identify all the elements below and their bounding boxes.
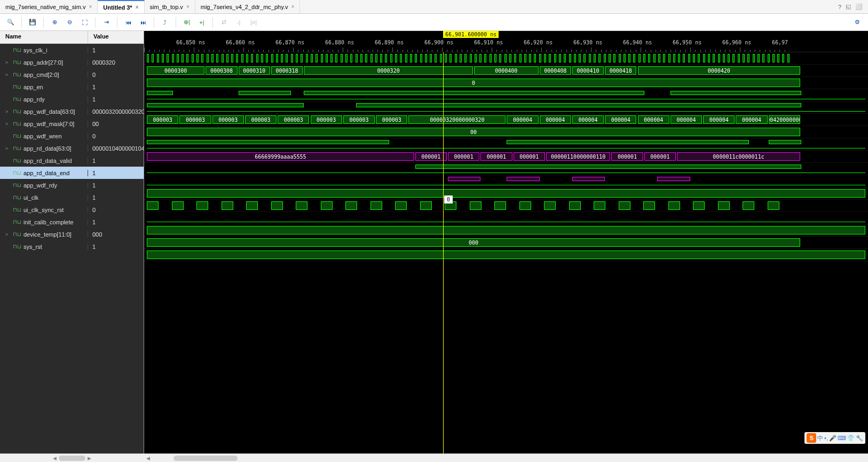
value-badge: 0 xyxy=(444,195,453,203)
waveform-row[interactable] xyxy=(144,224,868,237)
col-value-header[interactable]: Value xyxy=(88,31,144,43)
remove-marker-icon[interactable]: -| xyxy=(232,16,245,29)
signal-row[interactable]: >⊓⊔device_temp[11:0]000 xyxy=(0,228,144,240)
waveform-row[interactable]: 0000300000030800003100000318000032000004… xyxy=(144,65,868,77)
signal-header: Name Value xyxy=(0,31,144,44)
signal-row[interactable]: ⊓⊔app_rd_data_valid1 xyxy=(0,154,144,167)
prev-transition-icon[interactable]: ⤴ xyxy=(159,16,171,29)
main-area: Name Value ⊓⊔sys_clk_i1>⊓⊔app_addr[27:0]… xyxy=(0,31,868,453)
signal-row[interactable]: ⊓⊔init_calib_complete1 xyxy=(0,216,144,228)
signal-row[interactable]: ⊓⊔sys_rst1 xyxy=(0,240,144,253)
ime-mic-icon[interactable]: 🎤 xyxy=(829,435,837,442)
waveform-row[interactable] xyxy=(144,89,868,101)
toolbar: 🔍 💾 ⊕ ⊖ ⛶ ⇥ ⏮ ⏭ ⤴ ⊕| +| ⇄ -| |×| ⚙ xyxy=(0,14,868,31)
help-icon[interactable]: ? xyxy=(838,4,841,10)
close-icon[interactable]: × xyxy=(89,4,92,10)
close-icon[interactable]: × xyxy=(186,4,190,10)
clear-markers-icon[interactable]: |×| xyxy=(247,16,260,29)
bottom-scrollbar: ◀ ▶ ◀ xyxy=(0,453,868,462)
tab-bar: mig_7series_native_mig_sim.v× Untitled 3… xyxy=(0,0,868,14)
signal-row[interactable]: ⊓⊔app_rd_data_end1 xyxy=(0,167,144,179)
waveform-row[interactable]: 00 xyxy=(144,126,868,138)
signal-row[interactable]: ⊓⊔sys_clk_i1 xyxy=(0,44,144,56)
signal-row[interactable]: >⊓⊔app_rd_data[63:0]00000104000001040000… xyxy=(0,142,144,154)
tab-3[interactable]: mig_7series_v4_2_ddr_mc_phy.v× xyxy=(195,0,301,13)
ime-lang-icon[interactable]: 中 xyxy=(817,434,823,442)
goto-cursor-icon[interactable]: ⇥ xyxy=(100,16,113,29)
waveform-row[interactable]: 0 xyxy=(144,77,868,89)
zoom-out-icon[interactable]: ⊖ xyxy=(63,16,76,29)
signal-panel: Name Value ⊓⊔sys_clk_i1>⊓⊔app_addr[27:0]… xyxy=(0,31,144,453)
signal-row[interactable]: ⊓⊔ui_clk_sync_rst0 xyxy=(0,203,144,216)
waveform-row[interactable] xyxy=(144,212,868,224)
waveform-row[interactable]: 66669999aaaa5555000001000001000001000001… xyxy=(144,151,868,163)
ime-tool-icon[interactable]: 🔧 xyxy=(856,435,863,442)
zoom-fit-icon[interactable]: ⛶ xyxy=(78,16,91,29)
tab-1[interactable]: Untitled 3*× xyxy=(98,0,144,13)
waveform-row[interactable] xyxy=(144,163,868,175)
swap-icon[interactable]: ⇄ xyxy=(217,16,230,29)
maximize-icon[interactable]: ⬜ xyxy=(855,3,863,10)
signal-row[interactable]: ⊓⊔app_en1 xyxy=(0,81,144,93)
signal-row[interactable]: ⊓⊔app_wdf_wren0 xyxy=(0,130,144,142)
save-icon[interactable]: 💾 xyxy=(26,16,39,29)
close-icon[interactable]: × xyxy=(291,4,294,10)
scroll-left-icon[interactable]: ◀ xyxy=(51,456,59,461)
signal-row[interactable]: >⊓⊔app_wdf_mask[7:0]00 xyxy=(0,118,144,130)
add-marker-icon[interactable]: ⊕| xyxy=(180,16,193,29)
go-start-icon[interactable]: ⏮ xyxy=(122,16,135,29)
waveform-row[interactable] xyxy=(144,101,868,114)
waveform-row[interactable] xyxy=(144,187,868,200)
waveform-row[interactable] xyxy=(144,249,868,261)
time-ruler[interactable]: 66,850 ns66,860 ns66,870 ns66,880 ns66,8… xyxy=(144,40,868,52)
ime-keyboard-icon[interactable]: ⌨ xyxy=(838,435,846,442)
cursor-line[interactable] xyxy=(443,52,444,453)
settings-icon[interactable]: ⚙ xyxy=(851,16,864,29)
waveform-row[interactable]: 0000030000030000030000030000030000030000… xyxy=(144,114,868,126)
close-icon[interactable]: × xyxy=(136,4,139,10)
signal-row[interactable]: ⊓⊔ui_clk1 xyxy=(0,191,144,203)
waveform-row[interactable]: 0 xyxy=(144,200,868,212)
signal-list[interactable]: ⊓⊔sys_clk_i1>⊓⊔app_addr[27:0]0000320>⊓⊔a… xyxy=(0,44,144,453)
signal-row[interactable]: >⊓⊔app_cmd[2:0]0 xyxy=(0,68,144,81)
signal-row[interactable]: >⊓⊔app_wdf_data[63:0]0000032000000320000… xyxy=(0,105,144,118)
tab-2[interactable]: sim_tb_top.v× xyxy=(145,0,195,13)
go-end-icon[interactable]: ⏭ xyxy=(137,16,149,29)
waveform-area[interactable]: 66,901.600000 ns 66,850 ns66,860 ns66,87… xyxy=(144,31,868,453)
scroll-thumb[interactable] xyxy=(173,456,238,461)
waveform-row[interactable] xyxy=(144,175,868,187)
ime-bar[interactable]: S 中 •, 🎤 ⌨ 👕 🔧 xyxy=(804,432,865,444)
signal-row[interactable]: >⊓⊔app_addr[27:0]0000320 xyxy=(0,56,144,68)
signal-row[interactable]: ⊓⊔app_rdy1 xyxy=(0,93,144,105)
scroll-thumb[interactable] xyxy=(59,456,85,461)
marker-time-label: 66,901.600000 ns xyxy=(443,31,499,38)
signal-row[interactable]: ⊓⊔app_wdf_rdy1 xyxy=(0,179,144,191)
waveform-row[interactable]: 000 xyxy=(144,237,868,249)
ime-skin-icon[interactable]: 👕 xyxy=(847,435,855,442)
search-icon[interactable]: 🔍 xyxy=(4,16,17,29)
ime-logo-icon[interactable]: S xyxy=(807,433,816,443)
tab-0[interactable]: mig_7series_native_mig_sim.v× xyxy=(0,0,98,13)
ime-punct-icon[interactable]: •, xyxy=(824,435,828,441)
waveform-row[interactable] xyxy=(144,52,868,65)
scroll-right-icon[interactable]: ▶ xyxy=(85,456,93,461)
scroll-left-icon[interactable]: ◀ xyxy=(144,456,152,461)
restore-icon[interactable]: ◱ xyxy=(846,3,851,10)
prev-marker-icon[interactable]: +| xyxy=(195,16,208,29)
col-name-header[interactable]: Name xyxy=(0,31,88,43)
waveform-row[interactable] xyxy=(144,138,868,151)
zoom-in-icon[interactable]: ⊕ xyxy=(48,16,61,29)
